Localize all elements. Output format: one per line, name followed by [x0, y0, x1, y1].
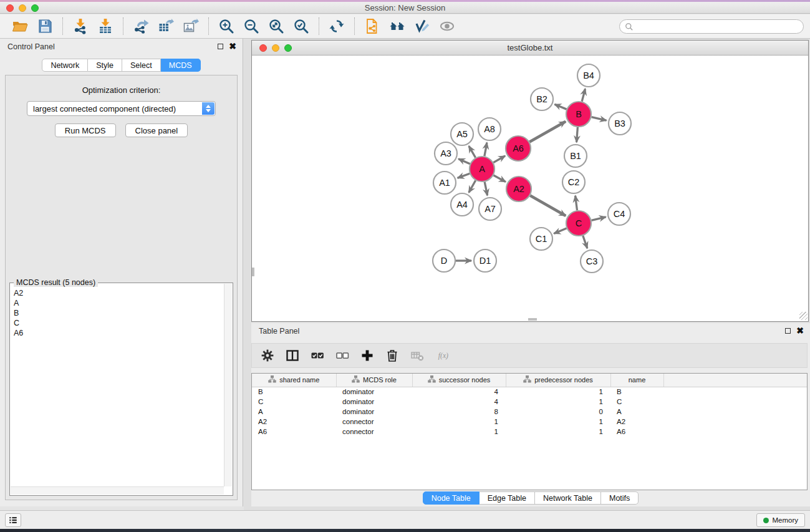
result-item[interactable]: A6: [14, 328, 223, 338]
column-header-MCDS-role[interactable]: MCDS role: [336, 374, 412, 387]
graph-edge-C-C3[interactable]: [583, 236, 587, 248]
cell-predecessor-nodes[interactable]: 1: [506, 427, 610, 437]
cell-successor-nodes[interactable]: 8: [412, 407, 506, 417]
tab-style[interactable]: Style: [88, 59, 122, 72]
graph-edge-A6-B[interactable]: [529, 122, 566, 142]
graph-node-C4[interactable]: C4: [608, 203, 630, 225]
cell-mcds-role[interactable]: connector: [336, 427, 412, 437]
check-all-icon[interactable]: [309, 348, 325, 363]
cell-shared-name[interactable]: A2: [252, 417, 336, 427]
optimization-criterion-select[interactable]: largest connected component (directed): [27, 101, 216, 116]
graph-node-B3[interactable]: B3: [609, 112, 631, 135]
graph-edge-A2-C[interactable]: [530, 195, 566, 216]
cell-predecessor-nodes[interactable]: 1: [506, 397, 610, 407]
network-view-window[interactable]: testGlobe.txt AA1A2A3A4A5A6A7A8BB1B2B3B4…: [251, 40, 809, 322]
cell-successor-nodes[interactable]: 4: [412, 387, 506, 397]
import-network-icon[interactable]: [71, 17, 90, 36]
cell-shared-name[interactable]: A: [252, 407, 336, 417]
cell-name[interactable]: A6: [610, 427, 663, 437]
network-graph[interactable]: AA1A2A3A4A5A6A7A8BB1B2B3B4CC1C2C3C4DD1: [252, 56, 808, 321]
graph-node-A1[interactable]: A1: [433, 172, 456, 194]
graph-node-A5[interactable]: A5: [451, 123, 473, 145]
table-tab-node-table[interactable]: Node Table: [423, 491, 480, 505]
graph-edge-A-A1[interactable]: [458, 173, 470, 178]
result-item[interactable]: B: [14, 308, 223, 318]
add-icon[interactable]: [359, 348, 375, 363]
export-network-icon[interactable]: [132, 17, 150, 36]
window-titlebar[interactable]: Session: New Session: [0, 2, 810, 14]
graph-node-A4[interactable]: A4: [451, 193, 473, 216]
tab-mcds[interactable]: MCDS: [161, 59, 201, 72]
graph-edge-A-A6[interactable]: [493, 156, 505, 163]
run-mcds-button[interactable]: Run MCDS: [55, 123, 116, 137]
cell-mcds-role[interactable]: dominator: [336, 407, 412, 417]
search-box[interactable]: [619, 19, 804, 34]
cell-mcds-role[interactable]: dominator: [336, 397, 412, 407]
table-row[interactable]: Cdominator41C: [252, 397, 807, 407]
cell-mcds-role[interactable]: dominator: [336, 387, 412, 397]
graph-edge-A-A4[interactable]: [469, 180, 476, 193]
zoom-in-icon[interactable]: [217, 17, 236, 36]
table-row[interactable]: Bdominator41B: [252, 387, 807, 397]
result-vertical-scrollbar[interactable]: [224, 284, 232, 486]
cell-mcds-role[interactable]: connector: [336, 417, 412, 427]
network-canvas[interactable]: AA1A2A3A4A5A6A7A8BB1B2B3B4CC1C2C3C4DD1: [252, 56, 808, 321]
graph-node-B[interactable]: B: [566, 102, 591, 127]
table-row[interactable]: Adominator80A: [252, 407, 807, 417]
open-file-icon[interactable]: [11, 17, 29, 36]
zoom-out-icon[interactable]: [242, 17, 261, 36]
search-input[interactable]: [634, 22, 803, 31]
graph-edge-A-A7[interactable]: [485, 182, 487, 196]
graph-edge-A-A8[interactable]: [485, 143, 487, 157]
graph-node-B2[interactable]: B2: [531, 88, 553, 110]
graph-node-B1[interactable]: B1: [564, 145, 587, 167]
cell-name[interactable]: B: [610, 387, 663, 397]
network-hscroll-thumb[interactable]: [528, 318, 537, 321]
cell-successor-nodes[interactable]: 1: [412, 417, 506, 427]
zoom-selected-icon[interactable]: [292, 17, 311, 36]
cell-predecessor-nodes[interactable]: 1: [506, 387, 610, 397]
graph-edge-C-C1[interactable]: [554, 228, 566, 233]
save-session-icon[interactable]: [36, 17, 54, 36]
graph-edge-B-B4[interactable]: [582, 89, 585, 101]
cell-successor-nodes[interactable]: 4: [412, 397, 506, 407]
graph-node-C1[interactable]: C1: [530, 228, 552, 250]
graph-edge-B-B3[interactable]: [592, 117, 607, 120]
column-header-predecessor-nodes[interactable]: predecessor nodes: [506, 374, 610, 387]
task-history-button[interactable]: [5, 513, 21, 527]
float-table-panel-icon[interactable]: [785, 328, 791, 334]
graph-node-C2[interactable]: C2: [562, 171, 585, 193]
column-header-name[interactable]: name: [610, 374, 663, 387]
result-item[interactable]: A2: [14, 288, 223, 298]
network-window-titlebar[interactable]: testGlobe.txt: [252, 41, 808, 56]
apply-style-icon[interactable]: [413, 17, 432, 36]
cell-shared-name[interactable]: A6: [252, 427, 336, 437]
result-horizontal-scrollbar[interactable]: [11, 486, 224, 495]
graph-edge-B-B1[interactable]: [577, 127, 578, 142]
network-resize-grip[interactable]: [799, 312, 808, 320]
float-panel-icon[interactable]: [218, 44, 223, 49]
cell-name[interactable]: C: [610, 397, 663, 407]
graph-edge-C-C4[interactable]: [592, 217, 606, 220]
trash-icon[interactable]: [384, 348, 400, 363]
column-header-shared-name[interactable]: shared name: [252, 374, 336, 387]
graph-node-A8[interactable]: A8: [478, 118, 501, 140]
refresh-icon[interactable]: [327, 17, 346, 36]
network-from-selection-icon[interactable]: [363, 17, 382, 36]
export-table-icon[interactable]: [157, 17, 175, 36]
cell-name[interactable]: A2: [610, 417, 663, 427]
cell-predecessor-nodes[interactable]: 0: [506, 407, 610, 417]
graph-edge-C-C2[interactable]: [576, 196, 577, 210]
uncheck-all-icon[interactable]: [334, 348, 350, 363]
tab-network[interactable]: Network: [42, 59, 88, 72]
graph-node-C3[interactable]: C3: [581, 250, 603, 273]
column-header-successor-nodes[interactable]: successor nodes: [412, 374, 506, 387]
graph-node-B4[interactable]: B4: [577, 64, 600, 87]
close-panel-icon[interactable]: ✖: [229, 43, 236, 49]
cell-name[interactable]: A: [610, 407, 663, 417]
columns-icon[interactable]: [284, 348, 301, 363]
graph-node-A7[interactable]: A7: [479, 198, 501, 220]
result-item[interactable]: A: [14, 298, 223, 308]
network-vscroll-thumb[interactable]: [252, 268, 254, 276]
select-stepper-icon[interactable]: [202, 102, 215, 115]
